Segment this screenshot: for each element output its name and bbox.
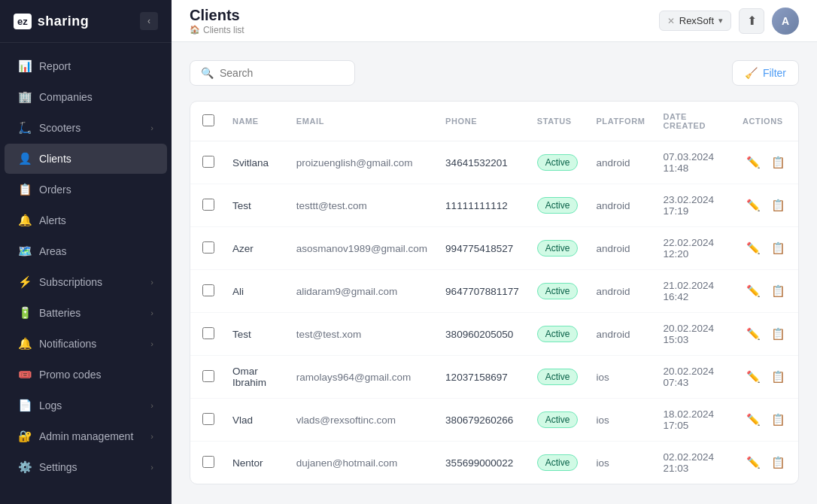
sidebar-item-logs[interactable]: 📄 Logs › (5, 390, 167, 421)
sidebar-label-subscriptions: Subscriptions (39, 276, 143, 288)
view-button-7[interactable]: 📋 (767, 454, 789, 472)
sidebar-item-promo-codes[interactable]: 🎟️ Promo codes (5, 360, 167, 390)
sidebar-item-batteries[interactable]: 🔋 Batteries › (5, 298, 167, 328)
sidebar-item-report[interactable]: 📊 Report (5, 51, 167, 81)
view-button-2[interactable]: 📋 (767, 239, 789, 257)
sidebar-item-subscriptions[interactable]: ⚡ Subscriptions › (5, 267, 167, 297)
sidebar-item-orders[interactable]: 📋 Orders (5, 175, 167, 205)
cell-date-7: 02.02.2024 21:03 (655, 442, 733, 484)
cell-status-1: Active (528, 184, 588, 227)
row-checkbox-2[interactable] (202, 241, 214, 254)
row-checkbox-0[interactable] (202, 156, 214, 168)
col-checkbox (190, 102, 223, 141)
row-checkbox-6[interactable] (202, 413, 214, 425)
avatar[interactable]: A (772, 8, 799, 35)
status-badge-6: Active (537, 411, 579, 428)
cell-status-6: Active (528, 399, 588, 442)
select-all-checkbox[interactable] (202, 114, 214, 126)
cell-checkbox-5 (190, 356, 223, 399)
status-badge-3: Active (537, 283, 579, 299)
main-content: Clients 🏠 Clients list ✕ RexSoft ▾ ⬆ A (172, 0, 817, 504)
edit-button-7[interactable]: ✏️ (743, 454, 764, 472)
sidebar-item-settings[interactable]: ⚙️ Settings › (5, 452, 167, 482)
share-icon: ⬆ (747, 14, 757, 28)
view-button-3[interactable]: 📋 (767, 282, 789, 300)
view-button-1[interactable]: 📋 (767, 196, 789, 214)
companies-icon: 🏢 (18, 90, 32, 104)
sidebar-label-clients: Clients (39, 153, 153, 165)
sidebar-item-areas[interactable]: 🗺️ Areas (5, 236, 167, 266)
cell-status-3: Active (528, 270, 588, 313)
view-button-0[interactable]: 📋 (767, 153, 789, 172)
cell-phone-7: 355699000022 (436, 442, 528, 484)
sidebar-item-companies[interactable]: 🏢 Companies (5, 82, 167, 112)
cell-platform-7: ios (587, 442, 654, 484)
sidebar-label-settings: Settings (39, 461, 143, 473)
cell-name-6: Vlad (223, 399, 287, 442)
cell-name-2: Azer (223, 227, 287, 270)
search-box[interactable]: 🔍 (190, 60, 355, 86)
edit-button-1[interactable]: ✏️ (743, 196, 764, 214)
search-input[interactable] (220, 67, 344, 79)
view-button-5[interactable]: 📋 (767, 368, 789, 386)
cell-phone-2: 994775418527 (436, 227, 528, 270)
areas-icon: 🗺️ (18, 244, 32, 258)
cell-platform-1: android (587, 184, 654, 227)
view-button-4[interactable]: 📋 (767, 325, 789, 343)
col-status: STATUS (528, 102, 588, 141)
table-row: Test test@test.xom 380960205050 Active a… (190, 313, 798, 356)
company-name: RexSoft (679, 15, 714, 26)
cell-name-4: Test (223, 313, 287, 356)
page-title-section: Clients 🏠 Clients list (190, 7, 650, 35)
sidebar-label-areas: Areas (39, 245, 153, 257)
breadcrumb-home-icon: 🏠 (190, 25, 200, 35)
sidebar-item-alerts[interactable]: 🔔 Alerts (5, 205, 167, 235)
cell-email-6: vlads@rexsoftinc.com (287, 399, 436, 442)
row-checkbox-3[interactable] (202, 284, 214, 296)
edit-button-4[interactable]: ✏️ (743, 325, 764, 343)
cell-actions-7: ✏️ 📋 (733, 442, 798, 484)
topbar-right: ✕ RexSoft ▾ ⬆ A (659, 8, 799, 35)
row-checkbox-7[interactable] (202, 456, 214, 468)
edit-button-3[interactable]: ✏️ (743, 282, 764, 300)
cell-phone-5: 12037158697 (436, 356, 528, 399)
view-button-6[interactable]: 📋 (767, 411, 789, 429)
edit-button-5[interactable]: ✏️ (743, 368, 764, 386)
logo-box: ez (14, 14, 32, 29)
cell-name-7: Nentor (223, 442, 287, 484)
cell-phone-4: 380960205050 (436, 313, 528, 356)
avatar-initials: A (782, 15, 789, 27)
cell-status-0: Active (528, 141, 588, 184)
edit-button-2[interactable]: ✏️ (743, 239, 764, 257)
cell-phone-3: 9647707881177 (436, 270, 528, 313)
cell-name-0: Svitlana (223, 141, 287, 184)
sidebar-logo: ez sharing ‹ (0, 0, 172, 43)
cell-name-1: Test (223, 184, 287, 227)
col-platform: PLATFORM (587, 102, 654, 141)
notifications-button[interactable]: ⬆ (739, 8, 764, 34)
sidebar-collapse-button[interactable]: ‹ (140, 12, 158, 30)
edit-button-0[interactable]: ✏️ (743, 153, 764, 172)
company-badge[interactable]: ✕ RexSoft ▾ (659, 11, 731, 31)
sidebar-item-admin-management[interactable]: 🔐 Admin management › (5, 421, 167, 451)
cell-actions-1: ✏️ 📋 (733, 184, 798, 227)
company-remove-icon[interactable]: ✕ (667, 16, 675, 26)
cell-actions-4: ✏️ 📋 (733, 313, 798, 356)
filter-button[interactable]: 🧹 Filter (732, 60, 799, 86)
row-checkbox-4[interactable] (202, 327, 214, 339)
promo-codes-icon: 🎟️ (18, 368, 32, 381)
cell-date-3: 21.02.2024 16:42 (655, 270, 733, 313)
scooters-icon: 🛴 (18, 121, 32, 135)
col-name: NAME (223, 102, 287, 141)
sidebar-item-notifications[interactable]: 🔔 Notifications › (5, 329, 167, 359)
content-area: 🔍 🧹 Filter NAME EMAIL PHONE (172, 42, 817, 504)
cell-actions-3: ✏️ 📋 (733, 270, 798, 313)
sidebar-item-clients[interactable]: 👤 Clients (5, 144, 167, 174)
filter-icon: 🧹 (745, 67, 758, 79)
row-checkbox-5[interactable] (202, 370, 214, 382)
sidebar-label-orders: Orders (39, 184, 153, 196)
alerts-icon: 🔔 (18, 214, 32, 227)
row-checkbox-1[interactable] (202, 199, 214, 211)
sidebar-item-scooters[interactable]: 🛴 Scooters › (5, 113, 167, 143)
edit-button-6[interactable]: ✏️ (743, 411, 764, 429)
